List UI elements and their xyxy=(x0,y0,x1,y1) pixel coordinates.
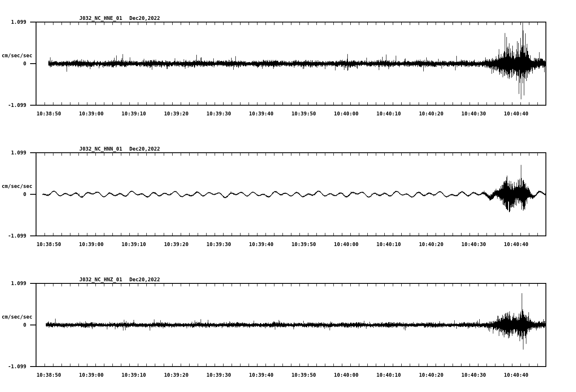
x-tick-label: 10:39:20 xyxy=(164,111,189,117)
y-axis-zero-label: 0 xyxy=(0,61,26,67)
x-tick-label: 10:39:10 xyxy=(121,111,146,117)
x-tick-label: 10:39:00 xyxy=(79,241,103,247)
y-axis-min-label: -1.099 xyxy=(0,364,26,370)
x-tick-label: 10:39:10 xyxy=(121,241,146,247)
panel-title: J032_NC_HNE_01 xyxy=(79,15,122,21)
x-tick-label: 10:39:30 xyxy=(207,372,231,378)
x-tick-label: 10:40:40 xyxy=(504,372,528,378)
panel-title: J032_NC_HNZ_01 xyxy=(79,277,122,283)
x-tick-label: 10:40:00 xyxy=(334,372,358,378)
y-axis-zero-label: 0 xyxy=(0,191,26,197)
y-axis-min-label: -1.099 xyxy=(0,233,26,239)
x-tick-label: 10:40:40 xyxy=(504,111,528,117)
x-tick-label: 10:39:00 xyxy=(79,372,103,378)
panel-date-label: Dec20,2022 xyxy=(129,15,160,21)
x-tick-label: 10:40:30 xyxy=(461,111,486,117)
seismogram-panel-hnz: J032_NC_HNZ_01 Dec20,2022 1.099 cm/sec/s… xyxy=(0,261,576,392)
x-tick-label: 10:40:00 xyxy=(334,111,358,117)
x-tick-label: 10:40:10 xyxy=(376,111,401,117)
seismogram-panel-hne: J032_NC_HNE_01 Dec20,2022 1.099 cm/sec/s… xyxy=(0,0,576,131)
x-tick-label: 10:40:00 xyxy=(334,241,358,247)
x-tick-label: 10:39:20 xyxy=(164,241,189,247)
y-axis-max-label: 1.099 xyxy=(0,280,26,286)
x-tick-label: 10:39:00 xyxy=(79,111,103,117)
y-axis-zero-label: 0 xyxy=(0,322,26,328)
x-tick-label: 10:39:30 xyxy=(207,111,231,117)
x-tick-label: 10:40:30 xyxy=(461,372,486,378)
x-tick-label: 10:40:30 xyxy=(461,241,486,247)
y-axis-units-label: cm/sec/sec xyxy=(2,183,32,189)
x-tick-label: 10:39:40 xyxy=(249,241,274,247)
x-tick-label: 10:39:40 xyxy=(249,372,274,378)
y-axis-max-label: 1.099 xyxy=(0,19,26,25)
x-tick-label: 10:39:50 xyxy=(291,111,316,117)
x-tick-label: 10:40:20 xyxy=(419,241,444,247)
y-axis-units-label: cm/sec/sec xyxy=(2,53,32,59)
x-tick-label: 10:40:10 xyxy=(376,241,401,247)
x-tick-label: 10:40:10 xyxy=(376,372,401,378)
x-tick-label: 10:39:50 xyxy=(291,372,316,378)
panel-date-label: Dec20,2022 xyxy=(129,146,160,152)
x-tick-label: 10:39:20 xyxy=(164,372,189,378)
x-tick-label: 10:40:40 xyxy=(504,241,528,247)
panel-title: J032_NC_HNN_01 xyxy=(79,146,122,152)
y-axis-min-label: -1.099 xyxy=(0,102,26,108)
x-tick-label: 10:39:30 xyxy=(207,241,231,247)
seismogram-panel-hnn: J032_NC_HNN_01 Dec20,2022 1.099 cm/sec/s… xyxy=(0,131,576,261)
x-tick-label: 10:39:10 xyxy=(121,372,146,378)
x-tick-label: 10:40:20 xyxy=(419,372,444,378)
y-axis-max-label: 1.099 xyxy=(0,150,26,156)
x-tick-label: 10:38:50 xyxy=(36,111,61,117)
x-tick-label: 10:40:20 xyxy=(419,111,444,117)
x-tick-label: 10:39:40 xyxy=(249,111,274,117)
x-tick-label: 10:38:50 xyxy=(36,372,61,378)
y-axis-units-label: cm/sec/sec xyxy=(2,314,32,320)
x-tick-label: 10:39:50 xyxy=(291,241,316,247)
x-tick-label: 10:38:50 xyxy=(36,241,61,247)
panel-date-label: Dec20,2022 xyxy=(129,277,160,283)
